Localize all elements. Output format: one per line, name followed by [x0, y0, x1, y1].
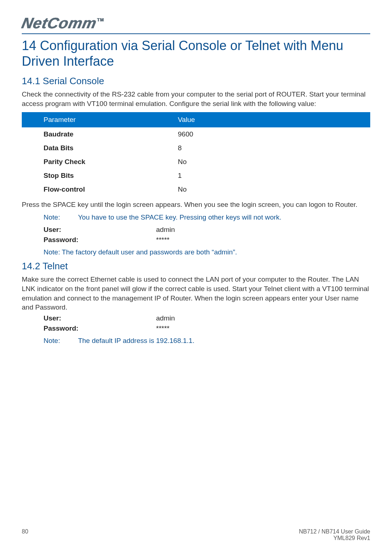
param-value: No	[178, 155, 370, 169]
note-label: Note:	[44, 337, 76, 345]
section-1-para-2: Press the SPACE key until the login scre…	[22, 200, 370, 209]
table-header-value: Value	[178, 112, 370, 127]
param-label: Parity Check	[22, 155, 178, 169]
page-header: NetCommTM	[22, 15, 370, 34]
table-row: Baudrate 9600	[22, 127, 370, 141]
serial-params-table: Parameter Value Baudrate 9600 Data Bits …	[22, 112, 370, 196]
cred-value: *****	[156, 236, 170, 244]
param-value: 8	[178, 141, 370, 155]
brand-logo: NetCommTM	[20, 15, 105, 32]
note-text: You have to use the SPACE key. Pressing …	[78, 213, 281, 221]
table-row: Parity Check No	[22, 155, 370, 169]
guide-title: NB712 / NB714 User Guide	[299, 528, 370, 535]
table-header-row: Parameter Value	[22, 112, 370, 127]
cred-row: User: admin	[44, 226, 356, 234]
cred-value: admin	[156, 226, 175, 234]
param-value: 1	[178, 169, 370, 183]
brand-text: NetComm	[20, 15, 98, 32]
page-number: 80	[22, 528, 28, 541]
table-row: Data Bits 8	[22, 141, 370, 155]
cred-label: Password:	[44, 324, 156, 332]
cred-value: *****	[156, 324, 170, 332]
page-footer: 80 NB712 / NB714 User Guide YML829 Rev1	[22, 528, 370, 541]
section-2-heading: 14.2 Telnet	[22, 261, 370, 272]
section-2-para-1: Make sure the correct Ethernet cable is …	[22, 275, 370, 312]
note-default-ip: Note: The default IP address is 192.168.…	[44, 337, 356, 345]
section-1-heading: 14.1 Serial Console	[22, 75, 370, 87]
param-label: Data Bits	[22, 141, 178, 155]
note-space-key: Note: You have to use the SPACE key. Pre…	[44, 213, 356, 221]
doc-revision: YML829 Rev1	[299, 535, 370, 541]
param-label: Baudrate	[22, 127, 178, 141]
cred-row: User: admin	[44, 314, 356, 322]
table-header-parameter: Parameter	[22, 112, 178, 127]
section-2-callout: User: admin Password: ***** Note: The de…	[22, 314, 370, 345]
cred-label: User:	[44, 314, 156, 322]
header-rule	[22, 33, 370, 34]
table-row: Flow-control No	[22, 183, 370, 196]
note-default-credentials: Note: The factory default user and passw…	[44, 248, 356, 256]
note-text: The default IP address is 192.168.1.1.	[78, 337, 195, 344]
cred-row: Password: *****	[44, 236, 356, 244]
table-row: Stop Bits 1	[22, 169, 370, 183]
note-label: Note:	[44, 213, 76, 221]
param-value: No	[178, 183, 370, 196]
param-label: Flow-control	[22, 183, 178, 196]
cred-row: Password: *****	[44, 324, 356, 332]
cred-label: User:	[44, 226, 156, 234]
footer-right: NB712 / NB714 User Guide YML829 Rev1	[299, 528, 370, 541]
section-1-callout: Note: You have to use the SPACE key. Pre…	[22, 213, 370, 256]
section-1-para-1: Check the connectivity of the RS-232 cab…	[22, 90, 370, 108]
brand-tm: TM	[97, 17, 104, 23]
cred-label: Password:	[44, 236, 156, 244]
param-label: Stop Bits	[22, 169, 178, 183]
chapter-title: 14 Configuration via Serial Console or T…	[22, 38, 370, 69]
param-value: 9600	[178, 127, 370, 141]
cred-value: admin	[156, 314, 175, 322]
